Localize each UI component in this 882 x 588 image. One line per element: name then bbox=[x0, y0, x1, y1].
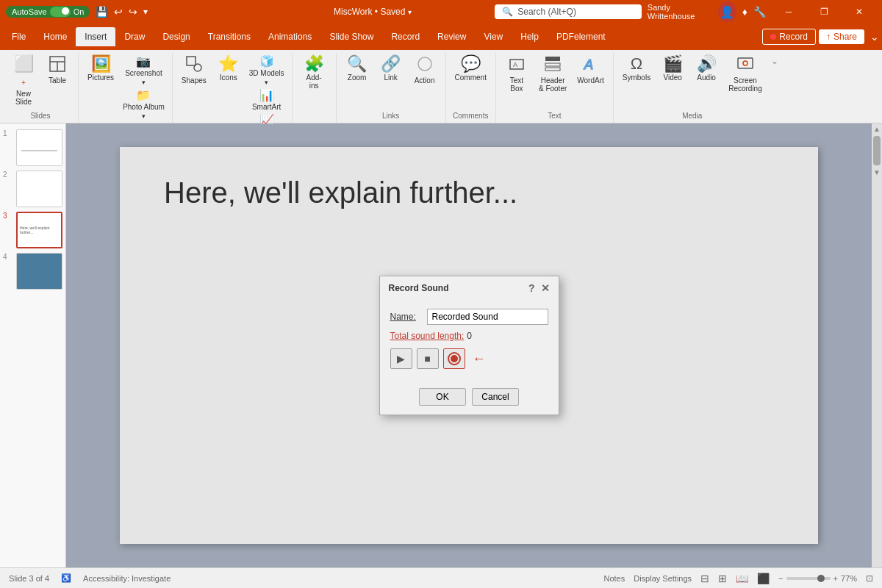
tab-review[interactable]: Review bbox=[429, 27, 475, 46]
tab-home[interactable]: Home bbox=[35, 27, 76, 46]
comment-button[interactable]: 💬 Comment bbox=[451, 53, 491, 85]
scroll-up-icon[interactable]: ▲ bbox=[873, 125, 881, 133]
stop-button[interactable]: ■ bbox=[417, 348, 439, 369]
collapse-icon: ⌄ bbox=[771, 56, 778, 66]
fit-slide-icon[interactable]: ⊡ bbox=[866, 573, 873, 584]
display-settings-button[interactable]: Display Settings bbox=[634, 574, 692, 583]
zoom-slider[interactable] bbox=[786, 577, 831, 580]
accessibility-label[interactable]: Accessibility: Investigate bbox=[83, 574, 171, 583]
diamond-icon[interactable]: ♦ bbox=[742, 6, 747, 18]
icons-button[interactable]: ⭐ Icons bbox=[212, 53, 245, 85]
slide-preview-4[interactable] bbox=[16, 253, 62, 290]
right-scrollbar[interactable]: ▲ ▼ bbox=[872, 123, 882, 567]
photoalbum-dropdown-icon[interactable]: ▾ bbox=[142, 112, 146, 120]
dialog-help-button[interactable]: ? bbox=[528, 282, 535, 294]
user-avatar[interactable]: 👤 bbox=[718, 1, 736, 22]
table-button[interactable]: Table bbox=[41, 53, 74, 87]
slide-thumb-4[interactable]: 4 bbox=[3, 253, 62, 290]
tab-animations[interactable]: Animations bbox=[259, 27, 320, 46]
slide-thumb-1[interactable]: 1 bbox=[3, 129, 62, 166]
tab-pdfelement[interactable]: PDFelement bbox=[548, 27, 614, 46]
dialog-name-label: Name: bbox=[390, 312, 427, 322]
media-group-label: Media bbox=[682, 110, 702, 123]
toggle-knob bbox=[62, 7, 69, 15]
restore-button[interactable]: ❐ bbox=[807, 0, 841, 24]
new-slide-button[interactable]: ⬜+ New Slide bbox=[7, 53, 40, 109]
zoom-out-icon[interactable]: − bbox=[778, 574, 783, 583]
record-dot-icon bbox=[770, 34, 776, 40]
audio-button[interactable]: 🔊 Audio bbox=[690, 53, 723, 85]
autosave-badge[interactable]: AutoSave On bbox=[6, 6, 90, 18]
slide-num-3: 3 bbox=[3, 212, 13, 220]
screenshot-button[interactable]: 📷 Screenshot ▾ bbox=[120, 54, 168, 87]
reading-view-icon[interactable]: 📖 bbox=[736, 573, 748, 584]
images-group-items: 🖼️ Pictures 📷 Screenshot ▾ 📁 Photo Album… bbox=[83, 53, 168, 121]
slide-preview-2[interactable] bbox=[16, 171, 62, 207]
dialog-cancel-button[interactable]: Cancel bbox=[472, 388, 519, 406]
ribbon-expand-icon[interactable]: ⌄ bbox=[870, 31, 879, 43]
3dmodels-dropdown-icon[interactable]: ▾ bbox=[265, 79, 268, 86]
header-footer-button[interactable]: Header & Footer bbox=[534, 53, 571, 96]
symbols-icon: Ω bbox=[631, 56, 642, 72]
smartart-button[interactable]: 📊 SmartArt bbox=[246, 88, 287, 112]
undo-icon[interactable]: ↩ bbox=[114, 6, 123, 18]
record-button[interactable]: Record bbox=[762, 29, 816, 45]
settings-icon[interactable]: 🔧 bbox=[753, 6, 766, 18]
tab-design[interactable]: Design bbox=[154, 27, 198, 46]
presenter-view-icon[interactable]: ⬛ bbox=[757, 573, 770, 584]
dialog-name-input[interactable] bbox=[427, 309, 548, 325]
search-bar[interactable]: 🔍 Search (Alt+Q) bbox=[495, 4, 642, 19]
zoom-in-icon[interactable]: + bbox=[833, 574, 838, 583]
record-audio-button[interactable] bbox=[443, 348, 465, 369]
dialog-body: Name: Total sound length: 0 ▶ bbox=[380, 300, 559, 388]
action-button[interactable]: Action bbox=[409, 53, 441, 87]
shapes-button[interactable]: Shapes bbox=[177, 53, 211, 87]
ribbon-collapse[interactable]: ⌄ bbox=[771, 53, 781, 123]
3d-models-button[interactable]: 🧊 3D Models ▾ bbox=[246, 54, 287, 87]
tab-slideshow[interactable]: Slide Show bbox=[320, 27, 382, 46]
tab-help[interactable]: Help bbox=[512, 27, 548, 46]
slide-thumb-2[interactable]: 2 bbox=[3, 171, 62, 207]
customize-icon[interactable]: ▾ bbox=[143, 7, 148, 17]
share-button[interactable]: ↑ Share bbox=[819, 29, 864, 44]
addins-button[interactable]: 🧩 Add- ins bbox=[298, 53, 330, 93]
zoom-control[interactable]: − + 77% bbox=[778, 574, 857, 583]
tab-draw[interactable]: Draw bbox=[115, 27, 154, 46]
video-button[interactable]: 🎬 Video bbox=[656, 53, 689, 85]
slides-group-items: ⬜+ New Slide Table bbox=[7, 53, 74, 110]
tab-record[interactable]: Record bbox=[382, 27, 429, 46]
slide-preview-3[interactable]: Here, we'll explain further... bbox=[16, 212, 62, 248]
tab-transitions[interactable]: Transitions bbox=[199, 27, 259, 46]
autosave-toggle[interactable] bbox=[50, 7, 71, 17]
minimize-button[interactable]: ─ bbox=[772, 0, 806, 24]
photo-album-button[interactable]: 📁 Photo Album ▾ bbox=[120, 88, 168, 121]
redo-icon[interactable]: ↪ bbox=[129, 6, 137, 18]
dialog-close-button[interactable]: ✕ bbox=[541, 282, 550, 294]
slide-sorter-icon[interactable]: ⊞ bbox=[718, 573, 727, 584]
dialog-ok-button[interactable]: OK bbox=[419, 388, 466, 406]
tab-insert[interactable]: Insert bbox=[76, 27, 115, 46]
search-icon: 🔍 bbox=[502, 7, 513, 17]
scroll-thumb[interactable] bbox=[873, 136, 881, 165]
symbols-button[interactable]: Ω Symbols bbox=[618, 53, 655, 85]
screen-recording-button[interactable]: Screen Recording bbox=[724, 53, 767, 96]
screenshot-dropdown-icon[interactable]: ▾ bbox=[142, 79, 146, 86]
status-bar: Slide 3 of 4 ♿ Accessibility: Investigat… bbox=[0, 567, 882, 588]
notes-button[interactable]: Notes bbox=[603, 574, 625, 583]
dropdown-icon[interactable]: ▾ bbox=[408, 8, 412, 16]
play-button[interactable]: ▶ bbox=[390, 348, 412, 369]
slide-thumb-3[interactable]: 3 Here, we'll explain further... bbox=[3, 212, 62, 248]
text-group-items: A Text Box Header & Footer A WordArt bbox=[501, 53, 609, 110]
pictures-button[interactable]: 🖼️ Pictures bbox=[83, 53, 118, 85]
save-icon[interactable]: 💾 bbox=[96, 6, 108, 18]
slide-preview-1[interactable] bbox=[16, 129, 62, 166]
tab-view[interactable]: View bbox=[475, 27, 512, 46]
scroll-down-icon[interactable]: ▼ bbox=[873, 168, 881, 176]
normal-view-icon[interactable]: ⊟ bbox=[700, 573, 709, 584]
wordart-button[interactable]: A WordArt bbox=[573, 53, 609, 87]
textbox-button[interactable]: A Text Box bbox=[501, 53, 533, 96]
tab-file[interactable]: File bbox=[3, 27, 35, 46]
link-button[interactable]: 🔗 Link bbox=[375, 53, 407, 85]
zoom-button[interactable]: 🔍 Zoom bbox=[341, 53, 373, 85]
close-button[interactable]: ✕ bbox=[842, 0, 876, 24]
